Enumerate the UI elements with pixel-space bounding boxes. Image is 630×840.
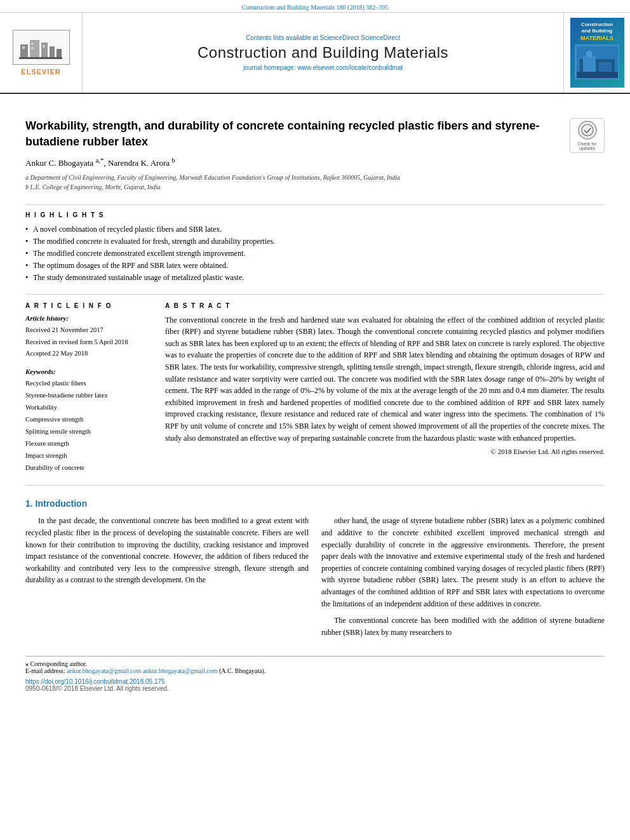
copyright-text: © 2018 Elsevier Ltd. All rights reserved… (165, 448, 605, 455)
keyword-7: Impact strength (25, 450, 152, 462)
divider-3 (25, 485, 605, 486)
check-updates-badge: Check for updates (570, 118, 605, 153)
keywords-label: Keywords: (25, 368, 152, 375)
svg-rect-2 (41, 43, 48, 58)
sd-link-label: ScienceDirect (361, 34, 400, 41)
journal-cover-box: Constructionand BuildingMATERIALS (570, 18, 624, 88)
highlight-item-5: The study demonstrated sustainable usage… (25, 272, 605, 284)
email-label: E-mail address: (25, 667, 65, 674)
keyword-2: Styrene-butadiene rubber latex (25, 390, 152, 402)
journal-cover-area: Constructionand BuildingMATERIALS (563, 13, 630, 93)
received-date: Received 21 November 2017 (25, 324, 152, 337)
svg-rect-8 (31, 47, 34, 50)
divider-1 (25, 204, 605, 205)
sciencedirect-line: Contents lists available at ScienceDirec… (246, 34, 399, 41)
highlights-section: H I G H L I G H T S A novel combination … (25, 211, 605, 284)
intro-paragraph-1: In the past decade, the conventional con… (25, 515, 309, 586)
journal-header-top: Construction and Building Materials 180 … (0, 0, 630, 13)
elsevier-building-icon (17, 35, 65, 60)
svg-rect-4 (57, 49, 62, 58)
affiliation-a: a Department of Civil Engineering, Facul… (25, 173, 560, 182)
elsevier-logo-area: ELSEVIER (0, 13, 83, 93)
svg-point-14 (586, 51, 593, 57)
journal-cover-title: Constructionand BuildingMATERIALS (580, 22, 613, 42)
keyword-8: Durability of concrete (25, 462, 152, 474)
author-b-sup: b (171, 156, 175, 164)
article-info-abstract: A R T I C L E I N F O Article history: R… (25, 302, 605, 474)
svg-rect-7 (31, 43, 34, 45)
introduction-section: 1. Introduction In the past decade, the … (25, 498, 605, 643)
divider-2 (25, 294, 605, 295)
journal-homepage: journal homepage: www.elsevier.com/locat… (243, 64, 403, 71)
article-info-label: A R T I C L E I N F O (25, 302, 152, 309)
author-a-sup: a,* (95, 156, 104, 164)
intro-paragraph-3: The conventional concrete has been modif… (321, 615, 605, 638)
highlights-list: A novel combination of recycled plastic … (25, 223, 605, 284)
journal-header: ELSEVIER Contents lists available at Sci… (0, 13, 630, 94)
history-label: Article history: (25, 314, 152, 322)
svg-rect-9 (43, 45, 45, 48)
authors-line: Ankur C. Bhogayata a,*, Narendra K. Aror… (25, 156, 560, 168)
keywords-list: Recycled plastic fibers Styrene-butadien… (25, 378, 152, 474)
svg-point-16 (582, 124, 593, 136)
check-circle-icon (578, 121, 597, 140)
introduction-columns: In the past decade, the conventional con… (25, 515, 605, 643)
introduction-heading: 1. Introduction (25, 498, 605, 509)
email-suffix: (A.C. Bhogayata). (219, 667, 265, 674)
sciencedirect-link-text[interactable]: ScienceDirect (320, 34, 359, 41)
highlight-item-4: The optimum dosages of the RPF and SBR l… (25, 260, 605, 272)
intro-left-column: In the past decade, the conventional con… (25, 515, 309, 643)
issn-line: 0950-0618/© 2018 Elsevier Ltd. All right… (25, 685, 605, 692)
abstract-label: A B S T R A C T (165, 302, 605, 309)
affiliations: a Department of Civil Engineering, Facul… (25, 173, 560, 192)
svg-rect-6 (22, 46, 25, 49)
abstract-text: The conventional concrete in the fresh a… (165, 314, 605, 444)
abstract-column: A B S T R A C T The conventional concret… (165, 302, 605, 474)
check-updates-text: Check for updates (570, 142, 604, 150)
doi-line[interactable]: https://doi.org/10.1016/j.conbuildmat.20… (25, 678, 605, 685)
keyword-1: Recycled plastic fibers (25, 378, 152, 390)
email-line: E-mail address: ankur.bhogayata@gmail.co… (25, 667, 605, 674)
revised-date: Received in revised form 5 April 2018 (25, 337, 152, 349)
article-title: Workability, strength, and durability of… (25, 118, 560, 150)
contents-text: Contents lists available at (246, 34, 318, 41)
journal-header-center: Contents lists available at ScienceDirec… (83, 13, 563, 93)
keyword-4: Compressive strength (25, 414, 152, 426)
intro-paragraph-2: other hand, the usage of styrene butadie… (321, 515, 605, 610)
journal-citation: Construction and Building Materials 180 … (242, 4, 389, 11)
highlights-label: H I G H L I G H T S (25, 211, 605, 218)
journal-cover-image (575, 44, 619, 79)
highlight-item-3: The modified concrete demonstrated excel… (25, 248, 605, 260)
accepted-date: Accepted 22 May 2018 (25, 348, 152, 360)
svg-rect-5 (19, 57, 62, 59)
article-title-text: Workability, strength, and durability of… (25, 118, 560, 192)
article-title-section: Workability, strength, and durability of… (25, 118, 605, 197)
corresponding-author-note: ⁎ Corresponding author. (25, 660, 605, 667)
article-info-column: A R T I C L E I N F O Article history: R… (25, 302, 152, 474)
footer-notes: ⁎ Corresponding author. E-mail address: … (25, 656, 605, 692)
email-address[interactable]: ankur.bhogayata@gmail.com (67, 667, 142, 674)
keyword-3: Workability (25, 402, 152, 414)
keyword-5: Splitting tensile strength (25, 426, 152, 438)
svg-rect-3 (50, 46, 55, 58)
history-dates: Received 21 November 2017 Received in re… (25, 324, 152, 361)
elsevier-brand-text: ELSEVIER (21, 68, 60, 76)
svg-rect-15 (577, 72, 618, 78)
author-name: Ankur C. Bhogayata (25, 159, 95, 168)
email-value: ankur.bhogayata@gmail.com (143, 667, 218, 674)
keyword-6: Flexure strength (25, 438, 152, 450)
journal-title-main: Construction and Building Materials (198, 44, 448, 62)
highlight-item-2: The modified concrete is evaluated for f… (25, 236, 605, 248)
affiliation-b: b L.E. College of Engineering, Morbi, Gu… (25, 182, 560, 192)
elsevier-logo-box (13, 30, 70, 65)
homepage-text: journal homepage: www.elsevier.com/locat… (243, 64, 403, 71)
highlight-item-1: A novel combination of recycled plastic … (25, 223, 605, 236)
intro-right-column: other hand, the usage of styrene butadie… (321, 515, 605, 643)
